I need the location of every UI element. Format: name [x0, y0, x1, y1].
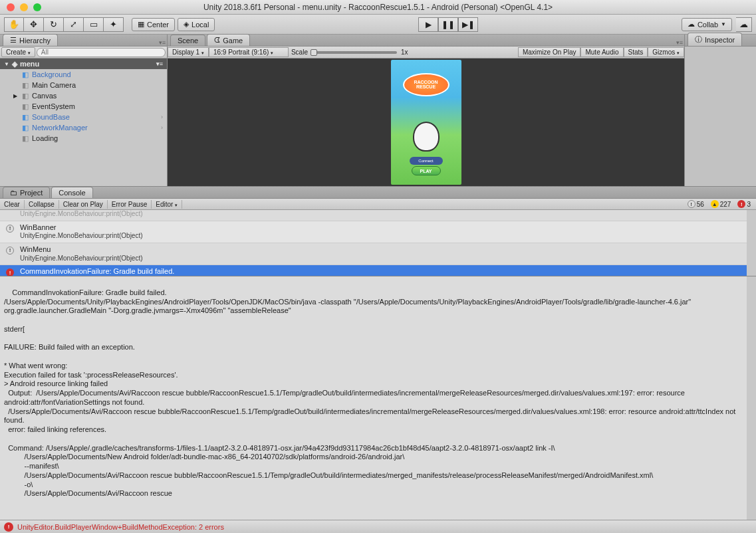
info-icon: !: [6, 225, 14, 233]
scrollbar[interactable]: [747, 276, 756, 520]
gizmos-dropdown[interactable]: Gizmos ▾: [648, 47, 684, 57]
hierarchy-item[interactable]: ◧Loading: [0, 133, 167, 144]
titlebar: Unity 2018.3.6f1 Personal - menu.unity -…: [0, 0, 756, 15]
aspect-dropdown[interactable]: 16:9 Portrait (9:16) ▾: [209, 47, 289, 57]
hierarchy-panel: ☰Hierarchy ▾≡ Create ▾ ▼ ◈ menu ▾≡ ◧Back…: [0, 35, 168, 186]
hierarchy-item[interactable]: ◧EventSystem: [0, 101, 167, 112]
mute-audio-toggle[interactable]: Mute Audio: [580, 47, 623, 57]
folder-icon: 🗀: [10, 189, 17, 197]
game-toolbar: Display 1 ▾ 16:9 Portrait (9:16) ▾ Scale…: [168, 47, 684, 58]
chevron-down-icon: ▼: [721, 21, 726, 27]
chevron-down-icon: ▼: [4, 61, 9, 67]
tab-project[interactable]: 🗀Project: [3, 187, 50, 198]
chevron-right-icon[interactable]: ›: [161, 124, 167, 131]
scale-slider[interactable]: [311, 51, 397, 54]
cloud-icon: ☁: [688, 20, 695, 29]
main-toolbar: ✋ ✥ ↻ ⤢ ▭ ✦ ▦Center ◈Local ▶ ❚❚ ▶❚ ☁Coll…: [0, 15, 756, 35]
panel-menu-icon[interactable]: ▾≡: [158, 39, 167, 46]
hierarchy-item[interactable]: ◧Background: [0, 69, 167, 80]
pause-button[interactable]: ❚❚: [438, 17, 458, 32]
scrollbar[interactable]: [747, 210, 756, 276]
scale-tool[interactable]: ⤢: [64, 17, 84, 32]
expand-arrow-icon[interactable]: ▶: [13, 93, 17, 99]
maximize-on-play-toggle[interactable]: Maximize On Play: [518, 47, 581, 57]
log-entry-selected[interactable]: ! CommandInvokationFailure: Gradle build…: [0, 265, 756, 276]
stats-toggle[interactable]: Stats: [624, 47, 648, 57]
info-count[interactable]: !56: [685, 200, 707, 208]
inspector-panel: ⓘInspector: [684, 35, 756, 186]
game-view: RACCOON RESCUE Connect PLAY: [168, 58, 684, 186]
scene-menu-icon[interactable]: ▾≡: [156, 60, 163, 67]
hierarchy-item[interactable]: ◧SoundBase›: [0, 112, 167, 122]
scale-label: Scale: [289, 49, 311, 56]
clear-on-play-toggle[interactable]: Clear on Play: [59, 200, 108, 209]
console-log-list[interactable]: UnityEngine.MonoBehaviour:print(Object) …: [0, 210, 756, 276]
hierarchy-item[interactable]: ◧NetworkManager›: [0, 122, 167, 133]
game-play-button: PLAY: [412, 166, 441, 175]
tab-hierarchy[interactable]: ☰Hierarchy: [3, 34, 58, 46]
error-icon: !: [4, 522, 13, 532]
services-button[interactable]: ☁: [736, 17, 752, 32]
console-area: 🗀Project Console Clear Collapse Clear on…: [0, 186, 756, 520]
status-bar: ! UnityEditor.BuildPlayerWindow+BuildMet…: [0, 520, 756, 533]
pivot-center-toggle[interactable]: ▦Center: [132, 18, 175, 31]
collab-button[interactable]: ☁Collab▼: [682, 18, 732, 31]
game-logo: RACCOON RESCUE: [403, 73, 449, 96]
game-icon: ᗧ: [214, 36, 220, 45]
tab-game[interactable]: ᗧGame: [207, 34, 250, 46]
tab-scene[interactable]: Scene: [170, 35, 205, 46]
tab-console[interactable]: Console: [51, 187, 92, 198]
gameobject-icon: ◧: [21, 134, 29, 142]
fb-connect-button: Connect: [410, 157, 443, 165]
collapse-toggle[interactable]: Collapse: [25, 200, 59, 209]
prefab-icon: ◧: [21, 113, 29, 121]
game-character: [413, 122, 440, 152]
editor-dropdown[interactable]: Editor ▾: [152, 200, 182, 209]
play-controls: ▶ ❚❚ ▶❚: [418, 17, 478, 32]
center-icon: ▦: [138, 20, 144, 29]
error-icon: !: [737, 200, 745, 208]
hierarchy-tree: ◧Background ◧Main Camera ▶◧Canvas ◧Event…: [0, 69, 167, 186]
step-button[interactable]: ▶❚: [458, 17, 478, 32]
inspector-icon: ⓘ: [695, 35, 702, 45]
panel-menu-icon[interactable]: ▾≡: [675, 39, 684, 46]
tab-inspector[interactable]: ⓘInspector: [688, 33, 742, 46]
local-icon: ◈: [184, 20, 189, 29]
status-text: UnityEditor.BuildPlayerWindow+BuildMetho…: [17, 523, 224, 531]
display-dropdown[interactable]: Display 1 ▾: [168, 47, 209, 57]
log-entry[interactable]: UnityEngine.MonoBehaviour:print(Object): [0, 210, 756, 221]
log-entry[interactable]: ! WinMenuUnityEngine.MonoBehaviour:print…: [0, 243, 756, 265]
info-icon: !: [6, 247, 14, 255]
chevron-right-icon[interactable]: ›: [161, 114, 167, 120]
play-button[interactable]: ▶: [418, 17, 438, 32]
clear-button[interactable]: Clear: [0, 200, 25, 209]
rect-tool[interactable]: ▭: [84, 17, 104, 32]
error-icon: !: [6, 268, 14, 276]
info-icon: !: [688, 200, 695, 208]
create-dropdown[interactable]: Create ▾: [1, 47, 35, 57]
hierarchy-icon: ☰: [10, 36, 17, 45]
hierarchy-item[interactable]: ▶◧Canvas: [0, 90, 167, 101]
prefab-icon: ◧: [21, 70, 29, 78]
prefab-icon: ◧: [21, 124, 29, 132]
error-pause-toggle[interactable]: Error Pause: [108, 200, 152, 209]
gameobject-icon: ◧: [21, 102, 29, 110]
rotate-tool[interactable]: ↻: [44, 17, 64, 32]
window-title: Unity 2018.3.6f1 Personal - menu.unity -…: [0, 3, 756, 12]
log-entry[interactable]: ! WinBannerUnityEngine.MonoBehaviour:pri…: [0, 221, 756, 243]
console-detail[interactable]: CommandInvokationFailure: Gradle build f…: [0, 276, 756, 520]
main-area: ☰Hierarchy ▾≡ Create ▾ ▼ ◈ menu ▾≡ ◧Back…: [0, 35, 756, 186]
game-panel: Scene ᗧGame ▾≡ Display 1 ▾ 16:9 Portrait…: [168, 35, 684, 186]
scene-header[interactable]: ▼ ◈ menu ▾≡: [0, 58, 167, 69]
game-render: RACCOON RESCUE Connect PLAY: [391, 60, 461, 185]
gameobject-icon: ◧: [21, 92, 29, 100]
hand-tool[interactable]: ✋: [4, 17, 24, 32]
warn-count[interactable]: ▲227: [708, 200, 734, 208]
transform-tool[interactable]: ✦: [104, 17, 124, 32]
warning-icon: ▲: [711, 200, 719, 208]
move-tool[interactable]: ✥: [24, 17, 44, 32]
error-count[interactable]: !3: [735, 200, 753, 208]
local-global-toggle[interactable]: ◈Local: [178, 18, 215, 31]
hierarchy-item[interactable]: ◧Main Camera: [0, 80, 167, 90]
hierarchy-search-input[interactable]: [37, 48, 166, 57]
